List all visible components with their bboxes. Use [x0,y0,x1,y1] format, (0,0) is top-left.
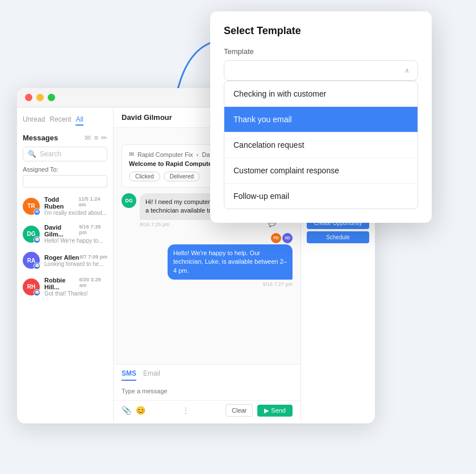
list-item[interactable]: TR ✉ Todd Ruben 11/5 1:24 am I'm really … [17,192,113,220]
email-from: Rapid Computer Fix [137,151,193,158]
sidebar-header: Messages ✉ ≡ ✏ [17,131,113,147]
modal-title: Select Template [224,25,418,37]
badge: ✉ [34,209,40,215]
assigned-to-input[interactable] [23,175,107,188]
badge: 💬 [34,289,40,296]
template-item-complaint[interactable]: Customer complaint response [224,158,417,184]
contact-info: Todd Ruben 11/5 1:24 am I'm really excit… [44,196,107,216]
badge-delivered: Delivered [164,172,200,181]
search-box[interactable]: 🔍 Search [23,147,107,161]
contact-info: David Gilm... 9/16 7:39 pm Hello! We're … [44,224,107,244]
avatar: RH 💬 [23,278,40,296]
contact-list: TR ✉ Todd Ruben 11/5 1:24 am I'm really … [17,192,113,301]
search-placeholder: Search [40,150,61,158]
chat-footer-icons: 📎 😊 [122,406,145,415]
assigned-to-label: Assigned To: [23,166,59,173]
template-item-followup[interactable]: Follow-up email [224,184,417,209]
messages-title: Messages [23,134,58,142]
assigned-to-section: Assigned To: [17,166,113,192]
contact-info: Roger Allen 8/7 7:09 pm Looking forward … [44,254,107,267]
minimize-button[interactable] [36,94,44,101]
schedule-button[interactable]: Schedule [307,231,369,243]
sender-avatar: DG [122,193,136,208]
list-icon: ≡ [94,134,98,142]
contact-preview: Got that! Thanks! [44,290,107,297]
template-dropdown[interactable]: ∧ [224,60,418,81]
clear-button[interactable]: Clear [226,404,253,417]
sidebar-action-icons: ✉ ≡ ✏ [85,134,107,142]
close-button[interactable] [25,94,32,101]
send-button[interactable]: ▶ Send [257,405,293,417]
email-icon: ✉ [129,151,134,158]
template-list: Checking in with customer Thank you emai… [224,81,418,209]
badge: 💬 [34,263,40,269]
agent-avatar-1: PD [271,233,281,243]
msg-text: Hello! We're happy to help. Our technici… [168,244,293,280]
chat-footer: 📎 😊 ⋮ Clear ▶ Send [114,400,300,422]
badge-clicked: Clicked [129,172,160,181]
emoji-icon[interactable]: 😊 [136,406,145,415]
contact-name: Roger Allen 8/7 7:09 pm [44,254,107,261]
email-icon: ✉ [85,134,91,142]
tab-sms[interactable]: SMS [122,369,136,381]
chat-footer-actions: Clear ▶ Send [226,404,293,417]
contact-name: David Gilm... 9/16 7:39 pm [44,224,107,238]
tab-email[interactable]: Email [143,369,160,381]
avatar: DG 💬 [23,226,40,243]
chat-input-area [114,381,300,400]
template-item-thank-you[interactable]: Thank you email [224,107,417,132]
list-item[interactable]: RH 💬 Robbie Hill... 6/20 3:29 am Got tha… [17,273,113,301]
template-item-checking-in[interactable]: Checking in with customer [224,81,417,107]
avatar: RA 💬 [23,252,40,269]
contact-preview: Looking forward to he... [44,261,107,267]
tab-all[interactable]: All [76,114,83,126]
message-outgoing: PD XD Hello! We're happy to help. Our te… [122,233,293,287]
contact-name: Todd Ruben 11/5 1:24 am [44,196,107,210]
template-label: Template [224,47,418,56]
msg-time: 9/16 7:27 pm [168,281,293,287]
list-item[interactable]: RA 💬 Roger Allen 8/7 7:09 pm Looking for… [17,248,113,273]
avatar: TR ✉ [23,198,40,215]
search-icon: 🔍 [28,150,36,158]
sidebar-tabs: Unread Recent All [17,114,113,131]
badge: 💬 [34,236,40,243]
contact-name: Robbie Hill... 6/20 3:29 am [44,277,107,290]
message-input[interactable] [122,388,293,394]
send-icon: ▶ [264,407,269,414]
edit-icon[interactable]: ✏ [101,134,107,142]
maximize-button[interactable] [48,94,55,101]
msg-content: PD XD Hello! We're happy to help. Our te… [168,233,293,287]
contact-name-header: David Gilmour [122,113,172,122]
tab-unread[interactable]: Unread [23,114,45,126]
contact-preview: Hello! We're happy to... [44,238,107,244]
contact-preview: I'm really excited about... [44,210,107,216]
template-item-cancelation[interactable]: Cancelation request [224,132,417,158]
select-template-modal: Select Template Template ∧ Checking in w… [210,11,432,223]
agent-avatar-2: XD [282,233,293,243]
format-icon-1: ⋮ [182,406,189,414]
attachment-icon[interactable]: 📎 [122,406,131,415]
tab-recent[interactable]: Recent [49,114,71,126]
chat-tabs: SMS Email [114,364,300,381]
sidebar: Unread Recent All Messages ✉ ≡ ✏ 🔍 Searc… [17,107,114,422]
list-item[interactable]: DG 💬 David Gilm... 9/16 7:39 pm Hello! W… [17,220,113,248]
contact-info: Robbie Hill... 6/20 3:29 am Got that! Th… [44,277,107,297]
chevron-up-icon: ∧ [404,66,410,74]
